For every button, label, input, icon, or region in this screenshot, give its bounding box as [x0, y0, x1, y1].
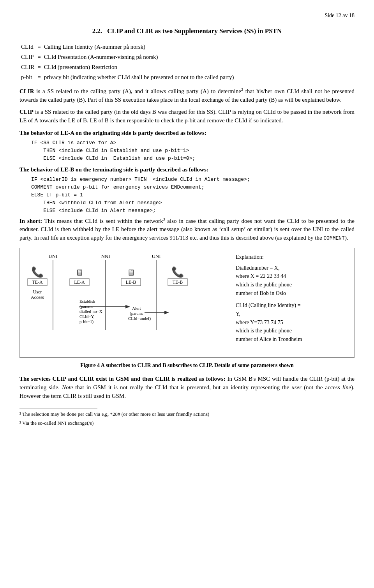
services-word: services — [149, 235, 168, 241]
gsm-line: line — [342, 384, 351, 390]
which-public-2: which is the public phone — [236, 327, 349, 335]
gsm-note: Note — [62, 384, 73, 390]
def-eq-clir: = — [36, 62, 42, 72]
def-row-clip: CLIP = CLId Presentation (A-nummer-visni… — [19, 52, 235, 62]
where-y: where Y=73 73 74 75 — [236, 318, 349, 327]
def-val-clir: CLId (presentation) Restriction — [42, 62, 236, 72]
svg-rect-10 — [28, 279, 47, 286]
svg-text:CLId=Y,: CLId=Y, — [79, 314, 95, 319]
svg-text:NNI: NNI — [101, 253, 110, 259]
svg-text:Access: Access — [31, 295, 44, 300]
which-public-1: which is the public phone — [236, 281, 349, 289]
page-number: Side 12 av 18 — [325, 12, 355, 18]
bob-number: number of Bob in Oslo — [236, 289, 349, 298]
def-key-clid: CLId — [19, 42, 36, 52]
def-row-pbit: p-bit = privacy bit (indicating whether … — [19, 72, 235, 82]
svg-text:LE-A: LE-A — [74, 279, 85, 285]
svg-text:Establish: Establish — [79, 299, 95, 304]
clir-bold-label: CLIR — [19, 88, 34, 94]
clir-desc-text: is a SS related to the calling party (A)… — [19, 88, 355, 103]
def-row-clir: CLIR = CLId (presentation) Restriction — [19, 62, 235, 72]
def-val-clid: Calling Line Identity (A-nummer på norsk… — [42, 42, 236, 52]
footnote-line — [19, 408, 97, 408]
svg-text:User: User — [33, 289, 42, 295]
svg-text:UNI: UNI — [152, 253, 161, 259]
def-row-clid: CLId = Calling Line Identity (A-nummer p… — [19, 42, 235, 52]
y-val: Y, — [236, 310, 349, 318]
svg-text:🖥: 🖥 — [75, 268, 84, 277]
def-val-clip: CLId Presentation (A-nummer-visning på n… — [42, 52, 236, 62]
section-heading: 2.2. CLIP and CLIR as two Supplementary … — [19, 26, 355, 36]
clid-eq: CLId (Calling line Identity) = — [236, 301, 349, 310]
explanation-title: Explanation: — [236, 253, 349, 261]
svg-text:🖥: 🖥 — [127, 268, 135, 277]
le-b-code: IF <callerID is emergency number> THEN <… — [31, 176, 355, 215]
le-a-bold-text: The behavior of LE-A on the originating … — [19, 130, 206, 136]
section-title: CLIP and CLIR as two Supplementary Servi… — [107, 27, 282, 35]
gsm-paragraph: The services CLIP and CLIR exist in GSM … — [19, 375, 355, 400]
svg-text:dialled-no=X: dialled-no=X — [79, 309, 102, 314]
def-eq-clid: = — [36, 42, 42, 52]
svg-text:TE-B: TE-B — [173, 279, 183, 285]
svg-rect-12 — [70, 279, 89, 286]
diagram-section: UNI NNI UNI 📞 🖥 🖥 📞 TE-A LE-A — [19, 248, 355, 358]
def-eq-pbit: = — [36, 72, 42, 82]
diagram-inner: UNI NNI UNI 📞 🖥 🖥 📞 TE-A LE-A — [24, 252, 222, 353]
page-header: Side 12 av 18 — [19, 12, 355, 19]
svg-text:Alert: Alert — [132, 306, 141, 311]
svg-text:📞: 📞 — [171, 266, 184, 278]
gsm-user: user — [291, 384, 302, 390]
le-b-bold-text: The behavior of LE-B on the terminating … — [19, 166, 208, 173]
svg-text:UNI: UNI — [48, 253, 57, 259]
svg-rect-14 — [121, 279, 141, 286]
definitions-table: CLId = Calling Line Identity (A-nummer p… — [19, 42, 235, 82]
le-a-code: IF <SS CLIR is active for A> THEN <inclu… — [31, 139, 355, 162]
def-val-pbit: privacy bit (indicating whether CLId sha… — [42, 72, 236, 82]
definitions-block: CLId = Calling Line Identity (A-nummer p… — [19, 42, 355, 82]
svg-text:(param:: (param: — [79, 304, 93, 309]
dialled-eq: Diallednumber = X, — [236, 264, 349, 272]
inshort-bold: In short: — [19, 218, 42, 224]
diagram-svg: UNI NNI UNI 📞 🖥 🖥 📞 TE-A LE-A — [24, 252, 222, 353]
inshort-paragraph: In short: This means that CLId is sent w… — [19, 217, 355, 242]
le-a-bold: The behavior of LE-A on the originating … — [19, 129, 355, 138]
svg-text:TE-A: TE-A — [32, 279, 43, 285]
clip-desc-text: is a SS related to the called party (in … — [19, 109, 355, 124]
def-key-clir: CLIR — [19, 62, 36, 72]
section-number: 2.2. — [92, 27, 102, 35]
diagram-left: UNI NNI UNI 📞 🖥 🖥 📞 TE-A LE-A — [20, 248, 230, 357]
gsm-bold: The services CLIP and CLIR exist in GSM … — [19, 376, 226, 382]
comment-word: COMMENT — [323, 235, 345, 241]
def-key-pbit: p-bit — [19, 72, 36, 82]
svg-text:📞: 📞 — [31, 266, 44, 278]
footnote-2: ² The selection may be done per call via… — [19, 411, 355, 418]
def-eq-clip: = — [36, 52, 42, 62]
figure-caption: Figure 4 A subscribes to CLIR and B subs… — [19, 362, 355, 369]
svg-text:(param:: (param: — [130, 311, 143, 316]
diagram-right: Explanation: Diallednumber = X, where X … — [230, 248, 354, 357]
figure-caption-bold: Figure 4 A subscribes to CLIR and B subs… — [80, 362, 294, 368]
inshort-text: This means that CLId is sent within the … — [19, 218, 355, 241]
clip-paragraph: CLIP is a SS related to the called party… — [19, 108, 355, 125]
clir-paragraph: CLIR is a SS related to the calling part… — [19, 87, 355, 104]
svg-text:LE-B: LE-B — [126, 279, 136, 285]
svg-rect-16 — [168, 279, 187, 286]
clip-bold-label: CLIP — [19, 109, 34, 115]
where-x: where X = 22 22 33 44 — [236, 272, 349, 281]
svg-text:CLId=undef): CLId=undef) — [128, 316, 151, 321]
alice-number: number of Alice in Trondheim — [236, 335, 349, 344]
def-key-clip: CLIP — [19, 52, 36, 62]
le-b-bold: The behavior of LE-B on the terminating … — [19, 166, 355, 174]
svg-text:p-bit=1): p-bit=1) — [79, 319, 94, 324]
footnote-3: ³ Via the so-called NNI exchange(/s) — [19, 420, 355, 427]
